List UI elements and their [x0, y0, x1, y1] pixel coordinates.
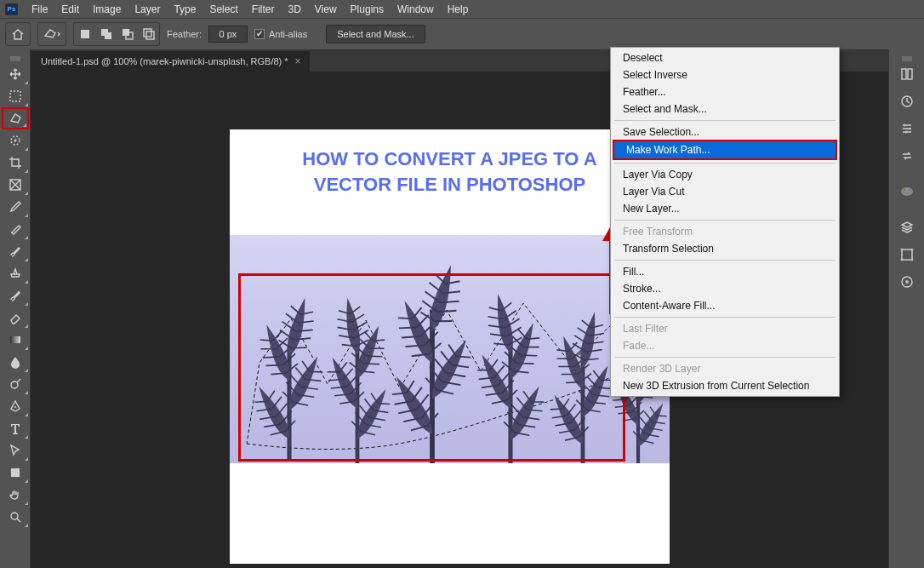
intersect-selection-mode[interactable]: [138, 23, 159, 45]
context-feather[interactable]: Feather...: [611, 83, 839, 100]
svg-point-22: [904, 131, 907, 134]
svg-point-25: [906, 188, 908, 190]
feather-label: Feather:: [167, 29, 202, 39]
feather-input[interactable]: [208, 26, 248, 43]
new-selection-mode[interactable]: [74, 23, 95, 45]
svg-rect-5: [144, 29, 151, 37]
menu-select[interactable]: Select: [202, 2, 244, 17]
menu-image[interactable]: Image: [86, 2, 128, 17]
menubar: Ps FileEditImageLayerTypeSelectFilter3DV…: [0, 0, 924, 18]
menu-3d[interactable]: 3D: [281, 2, 307, 17]
svg-rect-7: [10, 91, 20, 101]
zoom-tool[interactable]: [2, 506, 29, 528]
app-logo: Ps: [5, 3, 18, 15]
svg-point-13: [11, 382, 18, 388]
svg-point-20: [903, 124, 905, 127]
color-icon[interactable]: [892, 181, 922, 203]
context-fill[interactable]: Fill...: [611, 263, 839, 280]
tab-title: Untitled-1.psd @ 100% (marek-piwnicki-un…: [41, 56, 288, 66]
context-last-filter: Last Filter: [611, 320, 839, 337]
lasso-icon: [43, 27, 61, 41]
context-new-layer[interactable]: New Layer...: [611, 200, 839, 217]
svg-point-29: [910, 249, 913, 251]
clone-stamp-tool[interactable]: [2, 262, 29, 284]
menu-type[interactable]: Type: [167, 2, 202, 17]
home-button[interactable]: [5, 22, 31, 46]
context-select-and-mask[interactable]: Select and Mask...: [611, 100, 839, 118]
home-icon: [11, 28, 25, 40]
menu-filter[interactable]: Filter: [245, 2, 282, 17]
close-icon[interactable]: ×: [295, 55, 301, 67]
gradient-tool[interactable]: [2, 329, 29, 351]
shape-tool[interactable]: [2, 462, 29, 484]
healing-brush-tool[interactable]: [2, 218, 29, 240]
brush-tool[interactable]: [2, 240, 29, 262]
svg-point-31: [910, 259, 913, 261]
context-make-work-path[interactable]: Make Work Path...: [614, 141, 836, 158]
menu-file[interactable]: File: [25, 2, 54, 17]
menu-view[interactable]: View: [308, 2, 344, 17]
context-deselect[interactable]: Deselect: [611, 49, 839, 66]
svg-point-26: [909, 189, 910, 191]
context-separator: [614, 260, 836, 261]
subtract-selection-mode[interactable]: [117, 23, 138, 45]
doc-title-line1: HOW TO CONVERT A JPEG TO A: [230, 146, 670, 172]
lasso-tool[interactable]: [2, 107, 29, 129]
menu-help[interactable]: Help: [441, 2, 476, 17]
options-bar: Feather: ✔ Anti-alias Select and Mask...: [0, 18, 924, 49]
svg-rect-0: [81, 30, 89, 38]
svg-rect-18: [908, 69, 912, 79]
channels-icon[interactable]: [892, 271, 922, 293]
dodge-tool[interactable]: [2, 373, 29, 395]
svg-point-11: [11, 232, 13, 233]
svg-rect-12: [10, 336, 20, 343]
add-selection-mode[interactable]: [95, 23, 117, 45]
crop-tool[interactable]: [2, 152, 29, 174]
eyedropper-tool[interactable]: [2, 196, 29, 218]
history-icon[interactable]: [892, 90, 922, 112]
antialias-checkbox[interactable]: ✔: [254, 29, 265, 39]
blur-tool[interactable]: [2, 351, 29, 373]
document-canvas[interactable]: HOW TO CONVERT A JPEG TO A VECTOR FILE I…: [230, 129, 670, 564]
context-stroke[interactable]: Stroke...: [611, 280, 839, 297]
move-tool[interactable]: [2, 63, 29, 85]
context-layer-via-cut[interactable]: Layer Via Cut: [611, 183, 839, 200]
hand-tool[interactable]: [2, 484, 29, 506]
doc-title: HOW TO CONVERT A JPEG TO A VECTOR FILE I…: [230, 129, 670, 197]
context-render-d-layer: Render 3D Layer: [611, 360, 839, 377]
context-content-aware-fill[interactable]: Content-Aware Fill...: [611, 297, 839, 314]
layers-icon[interactable]: [892, 216, 922, 238]
selection-context-menu: DeselectSelect InverseFeather...Select a…: [610, 47, 840, 397]
paths-icon[interactable]: [892, 244, 922, 266]
path-select-tool[interactable]: [2, 439, 29, 462]
eraser-tool[interactable]: [2, 307, 29, 329]
context-layer-via-copy[interactable]: Layer Via Copy: [611, 166, 839, 183]
quick-select-tool[interactable]: [2, 129, 29, 152]
libraries-icon[interactable]: [892, 63, 922, 85]
marquee-tool[interactable]: [2, 85, 29, 107]
selection-mode-group: [73, 22, 160, 46]
menu-edit[interactable]: Edit: [54, 2, 86, 17]
context-new-d-extrusion-from-current-selection[interactable]: New 3D Extrusion from Current Selection: [611, 377, 839, 394]
panel-grip[interactable]: [892, 55, 922, 63]
panel-grip[interactable]: [0, 55, 31, 63]
menu-layer[interactable]: Layer: [128, 2, 167, 17]
menu-window[interactable]: Window: [391, 2, 441, 17]
history-brush-tool[interactable]: [2, 284, 29, 307]
frame-tool[interactable]: [2, 174, 29, 196]
pen-tool[interactable]: [2, 395, 29, 417]
context-transform-selection[interactable]: Transform Selection: [611, 240, 839, 257]
menu-plugins[interactable]: Plugins: [344, 2, 391, 17]
svg-rect-15: [11, 468, 20, 477]
type-tool[interactable]: [2, 417, 29, 439]
context-select-inverse[interactable]: Select Inverse: [611, 66, 839, 83]
document-tab[interactable]: Untitled-1.psd @ 100% (marek-piwnicki-un…: [31, 51, 310, 72]
svg-point-24: [904, 189, 905, 191]
tool-preset-dropdown[interactable]: [37, 22, 66, 46]
context-save-selection[interactable]: Save Selection...: [611, 123, 839, 141]
select-and-mask-button[interactable]: Select and Mask...: [326, 25, 425, 43]
adjustments-icon[interactable]: [892, 118, 922, 140]
context-separator: [614, 317, 836, 318]
svg-point-33: [905, 280, 909, 284]
swap-icon[interactable]: [892, 145, 922, 167]
